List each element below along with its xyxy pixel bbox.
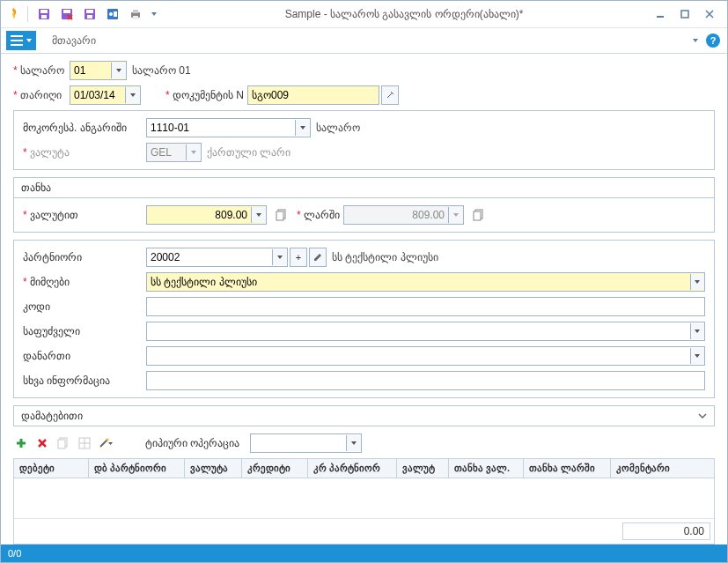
svg-rect-10 [114, 11, 117, 17]
recipient-input[interactable] [147, 274, 690, 290]
chevron-down-icon[interactable] [690, 348, 704, 364]
currency-label: ვალუტა [23, 146, 146, 159]
grid-col-amtcur[interactable]: თანხა ვალ. [449, 459, 524, 478]
svg-rect-20 [276, 211, 283, 220]
status-count: 0/0 [8, 548, 21, 559]
other-field[interactable] [146, 371, 705, 390]
typical-op-combo[interactable] [250, 433, 362, 453]
chevron-down-icon[interactable] [111, 63, 126, 78]
grid-toolbar: ტიპიური ოპერაცია [13, 432, 715, 458]
tools-icon[interactable] [102, 4, 123, 25]
typical-op-input[interactable] [251, 435, 346, 451]
svg-rect-2 [41, 15, 47, 19]
currency-desc: ქართული ლარი [207, 146, 290, 159]
print-icon[interactable] [125, 4, 146, 25]
amount-gel-input [344, 207, 448, 223]
minimize-icon[interactable] [648, 4, 673, 24]
chevron-down-icon[interactable] [690, 274, 704, 290]
copy-right-icon[interactable] [469, 205, 489, 225]
date-combo[interactable] [70, 85, 141, 105]
maximize-icon[interactable] [673, 4, 697, 24]
partner-panel: პარტნიორი + სს ტექსტილი პლიუსი მიმღები [13, 240, 715, 398]
account-input[interactable] [147, 120, 295, 136]
other-input[interactable] [147, 373, 704, 389]
chevron-down-icon[interactable] [125, 87, 140, 103]
additional-expander[interactable]: დამატებითი [13, 405, 715, 426]
svg-rect-16 [11, 35, 23, 37]
grid-col-currency2[interactable]: ვალუტ [397, 459, 449, 478]
svg-rect-15 [681, 11, 688, 18]
chevron-down-icon[interactable] [295, 120, 310, 136]
grid-icon[interactable] [77, 435, 92, 451]
ribbon-tab-main[interactable]: მთავარი [45, 34, 103, 47]
add-row-icon[interactable] [13, 435, 29, 451]
code-input[interactable] [147, 299, 704, 315]
amount-gel-combo [343, 205, 464, 225]
partner-label: პარტნიორი [23, 251, 146, 263]
chevron-down-icon[interactable] [346, 435, 361, 451]
save-close-icon[interactable] [56, 4, 77, 25]
svg-rect-17 [11, 40, 23, 41]
save-icon[interactable] [33, 4, 55, 25]
partner-combo[interactable] [146, 248, 288, 267]
grid-body[interactable] [14, 478, 714, 518]
currency-combo [146, 143, 202, 162]
grid-col-dbpartner[interactable]: დბ პარტნიორი [89, 459, 185, 478]
docnum-generate-icon[interactable] [381, 85, 399, 105]
copy-left-icon[interactable] [272, 205, 291, 225]
wand-icon[interactable] [98, 435, 114, 451]
chevron-down-icon [698, 411, 707, 420]
grid-col-amtgel[interactable]: თანხა ლარში [524, 459, 611, 478]
partner-input[interactable] [147, 249, 272, 265]
basis-combo[interactable] [146, 322, 705, 341]
recipient-combo[interactable] [146, 272, 705, 292]
amount-gel-label: ლარში [297, 209, 340, 221]
partner-add-button[interactable]: + [290, 248, 307, 267]
grid-col-currency[interactable]: ვალუტა [185, 459, 242, 478]
grid-header-row: დებეტი დბ პარტნიორი ვალუტა კრედიტი კრ პა… [14, 459, 714, 478]
date-input[interactable] [70, 87, 125, 103]
docnum-label: დოკუმენტის N [165, 89, 244, 101]
save-new-icon[interactable] [79, 4, 100, 25]
titlebar-dropdown-icon[interactable] [148, 4, 160, 25]
date-label: თარიღი [13, 89, 70, 101]
amount-cur-label: ვალუტით [23, 209, 146, 221]
amount-cur-input[interactable] [147, 207, 251, 223]
grid-col-comment[interactable]: კომენტარი [611, 459, 714, 478]
attach-input[interactable] [147, 348, 690, 364]
salaro-label: სალარო [13, 64, 70, 77]
copy-row-icon[interactable] [55, 435, 71, 451]
ribbon-menu-icon[interactable] [6, 31, 36, 50]
close-icon[interactable] [697, 4, 722, 24]
chevron-down-icon[interactable] [251, 207, 266, 223]
recipient-label: მიმღები [23, 276, 146, 288]
entries-grid: დებეტი დბ პარტნიორი ვალუტა კრედიტი კრ პა… [13, 458, 715, 544]
svg-point-9 [109, 12, 113, 16]
docnum-input[interactable] [248, 87, 379, 103]
attach-combo[interactable] [146, 346, 705, 366]
salaro-combo[interactable] [70, 61, 127, 80]
delete-row-icon[interactable] [34, 435, 50, 451]
chevron-down-icon[interactable] [690, 323, 704, 339]
amount-panel: ვალუტით ლარში [13, 198, 715, 233]
partner-edit-button[interactable] [309, 248, 327, 267]
docnum-field[interactable] [247, 85, 379, 105]
window-title: Sample - სალაროს გასავლის ორდერი(ახალი)* [160, 8, 648, 20]
grid-col-debit[interactable]: დებეტი [14, 459, 89, 478]
account-label: მოკორესპ. ანგარიში [23, 122, 146, 134]
chevron-down-icon[interactable] [272, 249, 287, 265]
grid-col-crpartner[interactable]: კრ პარტნიორ [308, 459, 397, 478]
account-combo[interactable] [146, 118, 311, 137]
code-field[interactable] [146, 297, 705, 316]
typical-op-label: ტიპიური ოპერაცია [145, 437, 239, 449]
basis-input[interactable] [147, 323, 690, 339]
svg-rect-18 [11, 44, 23, 46]
code-label: კოდი [23, 300, 146, 313]
partner-desc: სს ტექსტილი პლიუსი [332, 251, 438, 263]
grid-col-credit[interactable]: კრედიტი [242, 459, 308, 478]
amount-cur-combo[interactable] [146, 205, 267, 225]
chevron-down-icon [186, 144, 201, 160]
help-icon[interactable]: ? [706, 33, 720, 48]
salaro-input[interactable] [70, 63, 111, 78]
ribbon-chevron-icon[interactable] [692, 37, 699, 44]
